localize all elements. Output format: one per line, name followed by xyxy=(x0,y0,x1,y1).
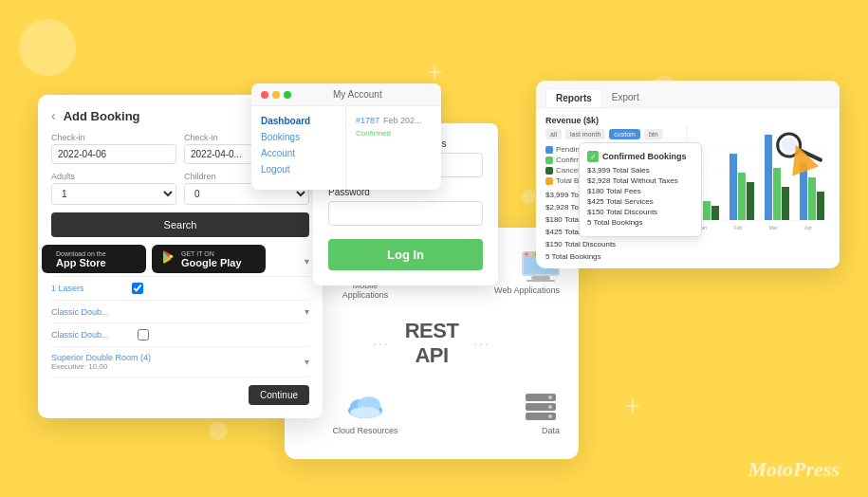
sidebar-item-logout[interactable]: Logout xyxy=(261,164,336,175)
password-field: Password xyxy=(328,187,483,226)
api-item-data: Data xyxy=(436,392,560,435)
booking-id: #1787 xyxy=(356,116,379,125)
google-play-badge[interactable]: GET IT ON Google Play xyxy=(152,245,266,273)
checkin-group: Check-in xyxy=(51,133,176,164)
account-nav-left: Dashboard Bookings Account Logout xyxy=(251,106,346,190)
svg-rect-37 xyxy=(808,177,816,220)
google-badge-small: GET IT ON xyxy=(181,250,242,257)
list-item: Classic Doub... ▾ xyxy=(51,301,309,323)
sidebar-item-dashboard[interactable]: Dashboard xyxy=(261,116,336,126)
adults-group: Adults 1 2 3 xyxy=(51,172,176,205)
room-checkbox[interactable] xyxy=(138,329,149,341)
svg-point-19 xyxy=(548,396,552,399)
list-item: Superior Double Room (4) Executive: 10.0… xyxy=(51,347,309,377)
svg-point-21 xyxy=(548,414,552,418)
popup-header: ✓ Confirmed Bookings xyxy=(587,151,693,162)
room-name: Classic Doub... xyxy=(51,330,109,340)
room-name: Classic Doub... xyxy=(51,307,109,317)
svg-text:Apr: Apr xyxy=(804,225,812,230)
tab-export[interactable]: Export xyxy=(602,88,649,107)
continue-button[interactable]: Continue xyxy=(249,385,309,405)
svg-rect-11 xyxy=(526,280,555,282)
data-label: Data xyxy=(542,426,560,435)
room-name: 1 Lasers xyxy=(51,284,84,293)
popup-stat-notax: $2,928 Total Without Taxes xyxy=(587,176,693,185)
list-item: 1 Lasers xyxy=(51,277,309,301)
cloud-label: Cloud Resources xyxy=(332,426,397,435)
api-rest-label: REST xyxy=(405,319,459,343)
watermark: MotoPress xyxy=(748,457,840,482)
legend-dot xyxy=(545,146,553,154)
reports-tabs: Reports Export xyxy=(536,81,840,108)
svg-rect-32 xyxy=(747,182,754,220)
svg-rect-34 xyxy=(773,168,781,220)
api-center: ··· REST API ··· xyxy=(304,309,560,377)
room-arrow-icon: ▾ xyxy=(305,256,309,267)
svg-rect-31 xyxy=(738,173,746,220)
checkin-input[interactable] xyxy=(51,144,176,164)
svg-point-15 xyxy=(350,407,380,418)
room-name: Superior Double Room (4) xyxy=(51,353,151,362)
tab-reports[interactable]: Reports xyxy=(545,88,602,107)
filter-custom[interactable]: custom xyxy=(609,129,640,139)
deco-plus-1: + xyxy=(625,391,640,421)
bookings-popup: ✓ Confirmed Bookings $3,999 Total Sales … xyxy=(579,142,702,237)
svg-rect-30 xyxy=(729,154,737,220)
legend-dot xyxy=(545,156,553,164)
svg-point-20 xyxy=(548,405,552,409)
sidebar-item-bookings[interactable]: Bookings xyxy=(261,132,336,142)
account-title: My Account xyxy=(333,89,382,100)
svg-text:Feb: Feb xyxy=(734,225,743,230)
back-arrow[interactable]: ‹ xyxy=(51,108,56,123)
search-button[interactable]: Search xyxy=(51,212,309,237)
filter-btn[interactable]: btn xyxy=(644,129,663,139)
minimize-button[interactable] xyxy=(272,91,280,99)
booking-status-text: Confirmed xyxy=(356,129,391,138)
room-checkbox[interactable] xyxy=(132,283,143,294)
account-panel: My Account Dashboard Bookings Account Lo… xyxy=(251,83,441,190)
apple-store-badge[interactable]: Download on the App Store xyxy=(42,245,146,273)
booking-date: Feb 202... xyxy=(383,116,422,125)
svg-point-7 xyxy=(526,253,528,256)
account-header: My Account xyxy=(251,83,441,106)
close-button[interactable] xyxy=(261,91,268,99)
apple-badge-large: App Store xyxy=(56,257,106,268)
google-badge-text: GET IT ON Google Play xyxy=(181,250,242,268)
login-button[interactable]: Log In xyxy=(328,239,483,270)
adults-select[interactable]: 1 2 3 xyxy=(51,183,176,205)
api-dots-left: ··· xyxy=(373,336,390,351)
filter-lastmonth[interactable]: last month xyxy=(565,129,605,139)
api-dots-right: ··· xyxy=(473,336,490,351)
deco-circle-3 xyxy=(209,421,228,440)
legend-dot xyxy=(545,177,553,185)
svg-rect-28 xyxy=(703,201,711,220)
svg-rect-10 xyxy=(531,276,550,280)
popup-stat-sales: $3,999 Total Sales xyxy=(587,166,693,175)
stat-total-bookings: 5 Total Bookings xyxy=(545,252,669,261)
sidebar-item-account[interactable]: Account xyxy=(261,148,336,158)
apple-badge-small: Download on the xyxy=(56,250,106,257)
password-input[interactable] xyxy=(328,201,483,226)
popup-stat-discounts: $150 Total Discounts xyxy=(587,208,693,216)
web-label: Web Applications xyxy=(494,285,560,295)
api-subtitle: API xyxy=(405,343,459,368)
filter-all[interactable]: all xyxy=(545,129,562,139)
adults-label: Adults xyxy=(51,172,176,181)
room-arrow-icon: ▾ xyxy=(305,306,309,317)
deco-circle-4 xyxy=(522,190,536,204)
popup-stat-total: 5 Total Bookings xyxy=(587,218,693,227)
popup-title: Confirmed Bookings xyxy=(602,152,687,161)
maximize-button[interactable] xyxy=(284,91,291,99)
deco-circle-1 xyxy=(19,19,76,76)
room-arrow-icon: ▾ xyxy=(305,357,309,367)
account-nav: Dashboard Bookings Account Logout #1787 … xyxy=(251,106,441,190)
account-nav-right: #1787 Feb 202... Confirmed xyxy=(346,106,441,190)
stat-total-discounts: $150 Total Discounts xyxy=(545,240,669,248)
list-item: Classic Doub... xyxy=(51,323,309,347)
popup-stat-fees: $180 Total Fees xyxy=(587,187,693,195)
chart-title: Revenue ($k) xyxy=(545,116,669,125)
svg-rect-38 xyxy=(817,192,824,220)
room-price: Executive: 10.00 xyxy=(51,362,151,371)
booking-status-row: Confirmed xyxy=(356,129,432,138)
svg-rect-35 xyxy=(782,187,789,220)
